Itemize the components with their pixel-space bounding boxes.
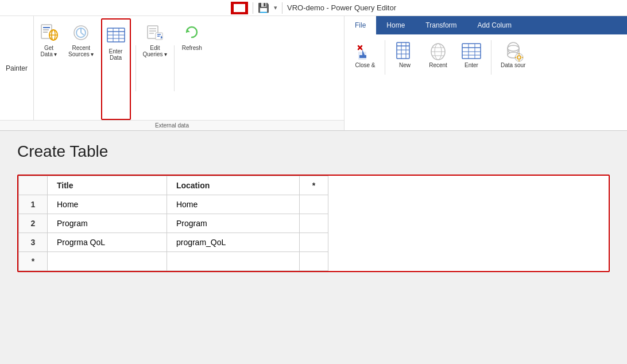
new-button[interactable]: New xyxy=(389,38,421,71)
recent-sources-icon xyxy=(71,22,91,42)
row-1-location[interactable]: Home xyxy=(167,195,299,214)
get-data-button[interactable]: GetData ▾ xyxy=(34,16,64,120)
divider3 xyxy=(136,45,136,91)
enter-data-icon xyxy=(106,25,126,46)
get-data-label: GetData ▾ xyxy=(41,45,57,57)
col-header-title: Title xyxy=(48,176,167,195)
divider4 xyxy=(174,45,175,91)
row-1-title[interactable]: Home xyxy=(48,195,167,214)
create-table-wrapper: Title Location * 1 Home Home 2 Program xyxy=(17,175,610,272)
recent-button[interactable]: Recent xyxy=(422,38,454,71)
new-row-action xyxy=(300,252,328,271)
ribbon-container: Painter GetData ▾ xyxy=(0,16,627,131)
tab-home[interactable]: Home xyxy=(376,16,415,34)
close-apply-icon xyxy=(355,41,376,62)
svg-point-53 xyxy=(515,53,523,61)
save-icon[interactable]: 💾 xyxy=(258,2,269,13)
enter-data-button[interactable]: EnterData xyxy=(101,18,131,120)
data-sources-icon xyxy=(503,41,524,62)
divider2 xyxy=(282,2,282,14)
dropdown-arrow[interactable]: ▾ xyxy=(274,4,277,11)
svg-rect-2 xyxy=(43,29,49,30)
edit-queries-label: EditQueries ▾ xyxy=(143,45,168,57)
enter-data-label: EnterData xyxy=(109,48,123,61)
svg-rect-30 xyxy=(359,55,366,58)
enter-label: Enter xyxy=(465,62,478,68)
enter-icon xyxy=(461,41,482,62)
row-2-star xyxy=(300,214,328,233)
title-bar-text: VRO-demo - Power Query Editor xyxy=(287,3,396,12)
app-logo-icon xyxy=(231,2,248,14)
refresh-label: Refresh xyxy=(182,45,202,51)
page-title: Create Table xyxy=(17,142,610,161)
edit-queries-icon xyxy=(145,22,165,42)
create-table: Title Location * 1 Home Home 2 Program xyxy=(18,176,328,271)
svg-rect-3 xyxy=(43,32,48,33)
edit-queries-button[interactable]: EditQueries ▾ xyxy=(138,16,172,120)
main-content: Create Table Title Location * 1 Home Hom… xyxy=(0,131,627,364)
refresh-icon xyxy=(181,22,202,42)
recent-sources-label: RecentSources ▾ xyxy=(68,45,94,57)
tab-file[interactable]: File xyxy=(345,16,376,34)
ribbon-tabs: File Home Transform Add Colum xyxy=(345,16,627,34)
row-2-title[interactable]: Program xyxy=(48,214,167,233)
svg-rect-1 xyxy=(43,27,50,28)
svg-rect-31 xyxy=(397,42,409,59)
new-row-location[interactable] xyxy=(167,252,299,271)
ribbon-divider1 xyxy=(385,40,385,75)
col-header-rownum xyxy=(19,176,48,195)
row-2-num: 2 xyxy=(19,214,48,233)
table-row: 3 Progrma QoL program_QoL xyxy=(19,233,328,252)
row-3-title[interactable]: Progrma QoL xyxy=(48,233,167,252)
enter-button[interactable]: Enter xyxy=(455,38,487,71)
row-3-star xyxy=(300,233,328,252)
new-icon xyxy=(394,41,415,62)
table-row: 2 Program Program xyxy=(19,214,328,233)
ribbon-left: Painter GetData ▾ xyxy=(0,16,345,130)
painter-label: Painter xyxy=(0,16,34,120)
row-1-num: 1 xyxy=(19,195,48,214)
data-sources-label: Data sour xyxy=(501,62,525,68)
row-3-num: 3 xyxy=(19,233,48,252)
new-row-star: * xyxy=(19,252,48,271)
title-bar: 💾 ▾ VRO-demo - Power Query Editor xyxy=(0,0,627,16)
row-3-location[interactable]: program_QoL xyxy=(167,233,299,252)
divider xyxy=(253,2,253,14)
ribbon-divider2 xyxy=(491,40,491,75)
recent-sources-button[interactable]: RecentSources ▾ xyxy=(64,16,98,120)
external-data-label: External data xyxy=(155,122,189,129)
close-apply-button[interactable]: Close & xyxy=(349,38,381,71)
refresh-button[interactable]: Refresh xyxy=(177,16,207,120)
tab-transform[interactable]: Transform xyxy=(415,16,467,34)
data-sources-button[interactable]: Data sour xyxy=(495,38,531,71)
col-header-star: * xyxy=(300,176,328,195)
recent-label: Recent xyxy=(429,62,447,68)
new-row: * xyxy=(19,252,328,271)
tab-add-column[interactable]: Add Colum xyxy=(467,16,522,34)
recent-icon xyxy=(428,41,448,62)
row-1-star xyxy=(300,195,328,214)
close-apply-label: Close & xyxy=(355,62,375,68)
ribbon-right: File Home Transform Add Colum xyxy=(345,16,627,130)
ribbon-right-content: Close & xyxy=(345,34,627,130)
new-label: New xyxy=(399,62,411,68)
new-row-title[interactable] xyxy=(48,252,167,271)
table-row: 1 Home Home xyxy=(19,195,328,214)
row-2-location[interactable]: Program xyxy=(167,214,299,233)
col-header-location: Location xyxy=(167,176,299,195)
external-data-group: External data xyxy=(0,120,344,130)
get-data-icon xyxy=(38,22,59,42)
svg-rect-42 xyxy=(462,44,481,59)
